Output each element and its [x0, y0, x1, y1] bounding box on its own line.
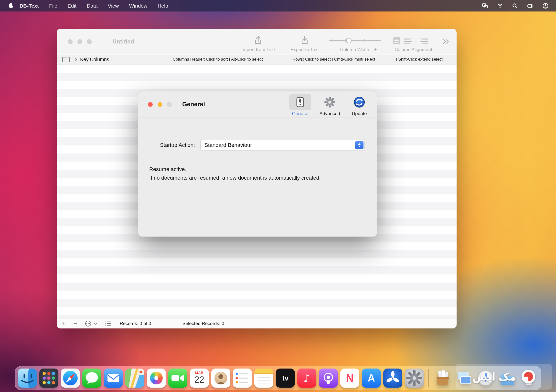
dock-item-news[interactable]: N — [340, 369, 359, 388]
update-refresh-icon — [348, 94, 370, 110]
zoom-button[interactable] — [87, 39, 92, 44]
minimize-button[interactable] — [77, 39, 82, 44]
popup-stepper-icon — [355, 141, 364, 149]
menu-view[interactable]: View — [108, 3, 119, 9]
dock-item-testflight[interactable] — [383, 369, 402, 388]
toolbar-separator — [138, 118, 377, 118]
dock-item-launchpad[interactable] — [39, 369, 58, 388]
actions-dropdown-chevron-icon[interactable] — [93, 322, 98, 326]
dock-separator — [428, 369, 429, 387]
watermark-text: مک اپس — [472, 370, 516, 383]
description-line-2: If no documents are resumed, a new docum… — [149, 174, 321, 182]
app-store-letter: A — [368, 372, 375, 384]
more-actions-button[interactable] — [85, 320, 92, 327]
windows-icon[interactable] — [482, 3, 488, 9]
remove-record-button[interactable]: − — [72, 320, 79, 327]
dock-item-podcasts[interactable] — [319, 369, 338, 388]
dock-item-app-store[interactable]: A — [362, 369, 381, 388]
preferences-window: General General — [138, 91, 377, 237]
zoom-button[interactable] — [167, 102, 172, 107]
selected-records-count: Selected Records: 0 — [182, 321, 224, 326]
hint-shift-click: | Shift-Click extend select — [396, 54, 443, 64]
spotlight-search-icon[interactable] — [512, 3, 518, 9]
list-view-icon[interactable] — [105, 321, 111, 326]
menu-app-name[interactable]: DB-Text — [20, 3, 39, 9]
startup-action-popup[interactable]: Standard Behaviour — [200, 140, 364, 150]
key-columns-title[interactable]: Key Columns — [80, 54, 109, 64]
tab-general[interactable]: General — [289, 94, 311, 116]
dock-item-apple-tv[interactable]: tv — [276, 369, 295, 388]
key-columns-bar: Key Columns Columns Header: Click to sor… — [57, 54, 457, 65]
news-letter: N — [346, 372, 354, 384]
column-alignment-control[interactable]: Column Alignment — [380, 32, 446, 52]
music-note-icon: ♪ — [303, 372, 310, 384]
general-switch-icon — [289, 94, 311, 110]
apple-menu-icon[interactable] — [9, 3, 13, 8]
calendar-day: 22 — [190, 375, 209, 385]
startup-action-label: Startup Action: — [148, 142, 195, 148]
window-title: Untitled — [112, 29, 134, 54]
site-watermark: مک اپس — [456, 364, 552, 390]
dock-item-reminders[interactable] — [233, 369, 252, 388]
calendar-month: MAR — [190, 371, 209, 375]
menu-file[interactable]: File — [49, 3, 57, 9]
tab-advanced[interactable]: Advanced — [319, 94, 341, 116]
dock-item-mail[interactable] — [104, 369, 123, 388]
column-width-decrease[interactable]: - — [334, 47, 335, 52]
column-width-increase[interactable]: + — [374, 47, 377, 52]
menu-bar: DB-Text File Edit Data View Window Help — [0, 0, 556, 11]
dock-item-music[interactable]: ♪ — [297, 369, 316, 388]
dock-item-calendar[interactable]: MAR 22 — [190, 369, 209, 388]
wifi-icon[interactable] — [497, 3, 503, 9]
watermark-logo-icon — [522, 370, 535, 383]
tab-update[interactable]: Update — [348, 94, 370, 116]
hint-columns-header: Columns Header: Click to sort | Alt-Clic… — [173, 54, 263, 64]
startup-description: Resume active. If no documents are resum… — [149, 165, 321, 182]
column-alignment-icons — [380, 32, 446, 46]
chevron-right-icon[interactable] — [74, 57, 78, 63]
dock-item-maps[interactable] — [125, 369, 144, 388]
dock-item-documents-stack[interactable] — [433, 369, 452, 388]
dock-item-contacts[interactable] — [211, 369, 230, 388]
preferences-title: General — [182, 101, 205, 108]
dock-item-finder[interactable] — [18, 369, 37, 388]
toolbar-overflow-chevron-icon[interactable] — [441, 37, 450, 47]
menu-window[interactable]: Window — [129, 3, 147, 9]
description-line-1: Resume active. — [149, 165, 321, 174]
menu-status-icons — [482, 3, 549, 9]
menu-edit[interactable]: Edit — [68, 3, 76, 9]
window-traffic-lights — [68, 39, 92, 44]
dock-item-facetime[interactable] — [168, 369, 187, 388]
startup-action-value: Standard Behaviour — [204, 140, 364, 150]
status-bar: + − — [57, 318, 457, 328]
close-button[interactable] — [68, 39, 73, 44]
add-record-button[interactable]: + — [61, 320, 67, 327]
hint-rows: Rows: Click to select | Cmd-Click multi … — [292, 54, 375, 64]
sidebar-toggle-icon[interactable] — [62, 57, 70, 64]
preferences-traffic-lights — [148, 102, 172, 107]
minimize-button[interactable] — [158, 102, 162, 107]
control-center-icon[interactable] — [527, 3, 534, 9]
column-width-label: Column Width — [340, 47, 369, 52]
close-button[interactable] — [148, 102, 153, 107]
dock-item-safari[interactable] — [61, 369, 80, 388]
records-count: Records: 0 of 0 — [120, 321, 151, 326]
window-header: Untitled Import from Text Export to Text — [57, 29, 457, 54]
user-account-icon[interactable] — [542, 3, 549, 9]
desktop: DB-Text File Edit Data View Window Help — [0, 0, 556, 392]
tv-label: tv — [282, 374, 289, 382]
preferences-tabs: General Advanced — [289, 94, 370, 116]
menu-help[interactable]: Help — [158, 3, 168, 9]
dock-item-photos[interactable] — [147, 369, 166, 388]
advanced-gear-icon — [319, 94, 341, 110]
dock-item-notes[interactable] — [254, 369, 273, 388]
menu-data[interactable]: Data — [87, 3, 97, 9]
dock-item-messages[interactable] — [82, 369, 101, 388]
dock-item-system-preferences[interactable] — [405, 369, 424, 388]
